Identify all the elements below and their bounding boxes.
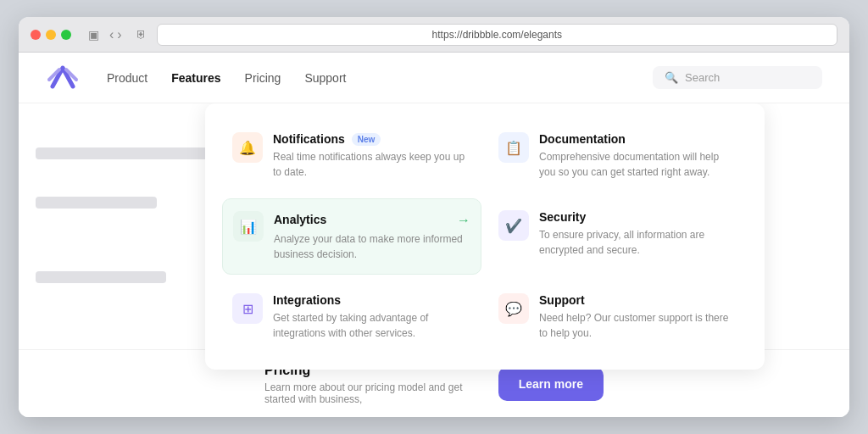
logo[interactable] [46, 63, 80, 93]
menu-text-security: Security To ensure privacy, all informat… [539, 210, 737, 258]
nav-item-product[interactable]: Product [107, 68, 147, 88]
nav-arrows: ‹ › [109, 27, 122, 42]
browser-window: ▣ ‹ › ⛨ https://dribbble.com/elegants Pr… [19, 17, 849, 417]
grid-icon: ⊞ [232, 293, 263, 324]
menu-title-security: Security [539, 210, 737, 224]
menu-text-documentation: Documentation Comprehensive documentatio… [539, 132, 737, 180]
browser-content: Product Features Pricing Support 🔍 Searc… [19, 53, 849, 417]
menu-desc-security: To ensure privacy, all information are e… [539, 227, 737, 258]
nav-item-features[interactable]: Features [171, 68, 220, 88]
shield-icon: ⛨ [136, 28, 147, 41]
menu-desc-support: Need help? Our customer support is there… [539, 310, 737, 341]
menu-desc-integrations: Get started by taking advantage of integ… [273, 310, 471, 341]
url-text: https://dribbble.com/elegants [432, 29, 562, 41]
forward-icon[interactable]: › [117, 27, 121, 42]
shield-check-icon: ✔️ [498, 210, 529, 241]
menu-text-integrations: Integrations Get started by taking advan… [273, 293, 471, 341]
bell-icon: 🔔 [232, 132, 263, 163]
search-placeholder: Search [685, 71, 720, 84]
features-dropdown: 🔔 Notifications New Real time notificati… [205, 103, 765, 370]
maximize-button[interactable] [61, 30, 71, 40]
sidebar-toggle-icon[interactable]: ▣ [88, 28, 99, 42]
sidebar-bar-3 [36, 271, 166, 283]
menu-text-notifications: Notifications New Real time notification… [273, 132, 471, 180]
menu-item-analytics[interactable]: 📊 Analytics → Analyze your data to make … [222, 198, 481, 275]
menu-title-analytics: Analytics → [274, 211, 470, 228]
back-icon[interactable]: ‹ [109, 27, 114, 42]
menu-text-analytics: Analytics → Analyze your data to make mo… [274, 211, 470, 262]
menu-desc-documentation: Comprehensive documentation will help yo… [539, 149, 737, 180]
traffic-lights [31, 30, 71, 40]
menu-item-notifications[interactable]: 🔔 Notifications New Real time notificati… [222, 120, 481, 192]
sidebar-bar-1 [36, 147, 222, 159]
menu-item-documentation[interactable]: 📋 Documentation Comprehensive documentat… [488, 120, 748, 192]
learn-more-button[interactable]: Learn more [498, 367, 604, 401]
menu-desc-analytics: Analyze your data to make more informed … [274, 231, 470, 262]
search-icon: 🔍 [665, 71, 678, 84]
nav-links: Product Features Pricing Support [107, 68, 653, 88]
menu-title-integrations: Integrations [273, 293, 471, 307]
address-bar[interactable]: https://dribbble.com/elegants [157, 24, 837, 46]
search-bar[interactable]: 🔍 Search [653, 66, 822, 89]
badge-new: New [352, 133, 381, 146]
menu-title-notifications: Notifications New [273, 132, 471, 146]
arrow-right-icon: → [450, 213, 470, 228]
pricing-desc: Learn more about our pricing model and g… [264, 381, 465, 405]
menu-title-support: Support [539, 293, 737, 307]
minimize-button[interactable] [46, 30, 56, 40]
main-content: 🔔 Notifications New Real time notificati… [19, 103, 849, 417]
menu-text-support: Support Need help? Our customer support … [539, 293, 737, 341]
sidebar-bar-2 [36, 197, 157, 209]
menu-title-documentation: Documentation [539, 132, 737, 146]
chart-icon: 📊 [233, 211, 264, 242]
nav-item-support[interactable]: Support [304, 68, 346, 88]
nav-item-pricing[interactable]: Pricing [245, 68, 281, 88]
menu-item-integrations[interactable]: ⊞ Integrations Get started by taking adv… [222, 281, 481, 353]
title-bar: ▣ ‹ › ⛨ https://dribbble.com/elegants [19, 17, 849, 53]
menu-desc-notifications: Real time notifications always keep you … [273, 149, 471, 180]
doc-icon: 📋 [498, 132, 529, 163]
chat-icon: 💬 [498, 293, 529, 324]
menu-item-support-feature[interactable]: 💬 Support Need help? Our customer suppor… [488, 281, 748, 353]
menu-item-security[interactable]: ✔️ Security To ensure privacy, all infor… [488, 198, 748, 275]
navbar: Product Features Pricing Support 🔍 Searc… [19, 53, 849, 103]
close-button[interactable] [31, 30, 41, 40]
